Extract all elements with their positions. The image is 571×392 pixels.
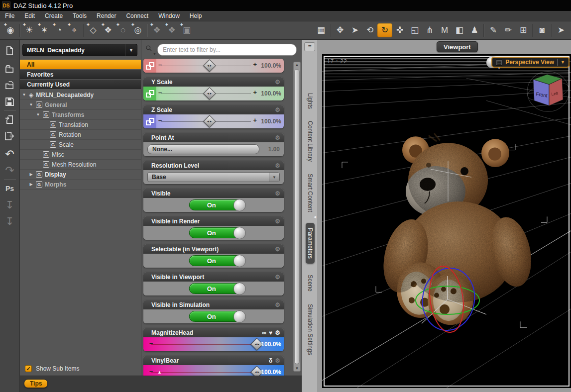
photoshop-bridge-icon[interactable]: Ps (1, 180, 18, 196)
slider-track[interactable] (151, 372, 255, 373)
nudge-plus-button[interactable]: + (253, 116, 257, 124)
slider-value[interactable]: 100.0% (261, 118, 281, 125)
nudge-plus-button[interactable]: + (253, 89, 257, 96)
nudge-minus-button[interactable]: – (149, 367, 153, 375)
toggle-knob[interactable] (233, 199, 246, 211)
tree-row-rotation[interactable]: G Rotation (20, 130, 141, 140)
scroll-down-icon[interactable]: ▼ (294, 366, 300, 371)
selectable-toggle[interactable]: On (189, 255, 245, 266)
surface-selection-tool-icon[interactable]: ◧ (452, 23, 467, 37)
menu-create[interactable]: Create (40, 11, 68, 20)
gear-icon[interactable]: ⚙ (275, 246, 280, 253)
search-options-arrow-icon[interactable]: ▼ (153, 52, 156, 56)
undo-icon[interactable]: ↶ (1, 146, 18, 162)
search-input[interactable] (157, 44, 297, 56)
toggle-knob[interactable] (233, 283, 246, 295)
gear-icon[interactable]: ⚙ (275, 162, 280, 169)
link-squares-icon[interactable] (143, 59, 156, 73)
mesh-grabber-tool-icon[interactable]: ⊞ (516, 23, 531, 37)
visible-in-simulation-toggle[interactable]: On (189, 311, 245, 322)
save-file-icon[interactable] (1, 94, 18, 110)
node-selection-tool-icon[interactable]: ➤ (347, 23, 362, 37)
new-file-icon[interactable] (1, 43, 18, 59)
create-primitive-icon[interactable]: ◇ (86, 23, 101, 37)
gear-icon[interactable]: ⚙ (275, 357, 280, 364)
scrollbar-thumb[interactable] (294, 69, 300, 364)
gear-icon[interactable]: ⚙ (275, 106, 280, 113)
viewport-pan-tool-icon[interactable]: ✥ (333, 23, 347, 37)
menu-tools[interactable]: Tools (68, 11, 92, 20)
create-null-icon[interactable]: ◌ (115, 23, 130, 37)
menu-help[interactable]: Help (185, 11, 207, 20)
aspect-frame-icon[interactable]: ▦ (314, 23, 329, 37)
gear-icon[interactable]: ⚙ (275, 329, 280, 336)
pointer-tool-icon[interactable]: ➤ (554, 23, 569, 37)
open-file-icon[interactable] (1, 61, 18, 77)
figure-setup-tool-icon[interactable]: ♟ (467, 23, 482, 37)
slider-handle[interactable]: ◂ ▸ (205, 61, 215, 71)
tree-row-morphs[interactable]: ▶ G Morphs (20, 180, 141, 190)
filter-currently-used[interactable]: Currently Used (20, 80, 141, 89)
nudge-minus-button[interactable]: – (158, 89, 162, 96)
tips-button[interactable]: Tips (24, 379, 48, 388)
view-cube[interactable]: Front Left (526, 71, 571, 111)
toggle-knob[interactable] (233, 255, 246, 267)
joint-editor-tool-icon[interactable]: ⋔ (422, 23, 437, 37)
x-scale-slider[interactable]: – ◂ ▸ + 100.0% (143, 59, 284, 73)
slider-handle[interactable]: ◂ ▸ (205, 116, 215, 126)
create-node-copy-icon[interactable]: ❖ (149, 23, 164, 37)
node-weight-brush-icon[interactable]: ✎ (486, 23, 501, 37)
tree-row-scale[interactable]: G Scale (20, 140, 141, 150)
link-squares-icon[interactable] (143, 87, 156, 100)
create-distant-light-icon[interactable]: ☀ (22, 23, 37, 37)
expand-arrow-icon[interactable]: ▼ (22, 93, 26, 97)
viewport-canvas[interactable]: Front Left 17 : 22 ▼ ▦ Perspective View … (322, 54, 571, 388)
visible-toggle[interactable]: On (189, 199, 245, 210)
slider-track[interactable] (151, 344, 255, 345)
tree-row-display[interactable]: ▶ G Display (20, 170, 141, 180)
gear-icon[interactable]: ⚙ (275, 274, 280, 281)
geometry-editor-tool-icon[interactable]: ✏ (501, 23, 516, 37)
create-spotlight-icon[interactable]: ⌖ (67, 23, 82, 37)
panel-menu-icon[interactable]: ≡ (304, 42, 315, 51)
slider-value[interactable]: 100.0% (261, 90, 281, 97)
menu-connect[interactable]: Connect (121, 11, 153, 20)
scroll-up-icon[interactable]: ▲ (294, 63, 300, 67)
create-linear-point-light-icon[interactable]: ◔ (52, 23, 67, 37)
z-scale-slider[interactable]: – ◂ ▸ + 100.0% (143, 114, 284, 128)
point-at-none-button[interactable]: None... (147, 144, 259, 154)
orbit-tool-icon[interactable]: ⟲ (362, 23, 377, 37)
install-content-icon[interactable]: ↧ (1, 196, 18, 213)
scale-tool-icon[interactable]: ◱ (407, 23, 422, 37)
nudge-minus-button[interactable]: – (149, 339, 153, 347)
tree-row-transforms[interactable]: ▼ G Transforms (20, 110, 141, 120)
chevron-down-icon[interactable]: ▼ (269, 173, 279, 182)
tree-row-misc[interactable]: G Misc (20, 150, 141, 160)
tree-row-mesh-resolution[interactable]: G Mesh Resolution (20, 160, 141, 170)
pane-splitter-arrow-icon[interactable]: ◂ (314, 214, 316, 219)
camera-view-selector[interactable]: ▦ Perspective View ▼ (491, 57, 570, 68)
node-selector-dropdown[interactable]: MRLN_Decapateddy ▼ (22, 44, 137, 56)
menu-window[interactable]: Window (153, 11, 185, 20)
import-icon[interactable] (1, 111, 18, 128)
translate-tool-icon[interactable]: ✜ (392, 23, 407, 37)
expand-arrow-icon[interactable]: ▼ (36, 112, 40, 117)
chevron-down-icon[interactable]: ▼ (561, 60, 565, 65)
create-center-point-icon[interactable]: ◎ (130, 23, 145, 37)
gear-icon[interactable]: ⚙ (275, 134, 280, 141)
visible-in-viewport-toggle[interactable]: On (189, 283, 245, 294)
nudge-minus-button[interactable]: – (158, 61, 162, 68)
link-icon[interactable]: ∞ (262, 329, 267, 336)
favorite-heart-icon[interactable]: ♥ (269, 329, 272, 336)
link-squares-icon[interactable] (143, 114, 156, 128)
tab-content-library[interactable]: Content Library (306, 120, 315, 163)
tab-smart-content[interactable]: Smart Content (306, 173, 315, 213)
slider-handle[interactable]: ◂ ▸ (205, 89, 215, 98)
magnitizehead-slider[interactable]: – ◂ ▸ 100.0% (143, 337, 284, 351)
redo-icon[interactable]: ↷ (1, 162, 18, 179)
filter-all[interactable]: All (20, 60, 141, 69)
follower-icon[interactable]: δ (269, 357, 272, 364)
search-icon[interactable]: ▼ (145, 45, 155, 56)
collapse-arrow-icon[interactable]: ▶ (29, 182, 33, 187)
measure-metrics-tool-icon[interactable]: M (437, 23, 452, 37)
